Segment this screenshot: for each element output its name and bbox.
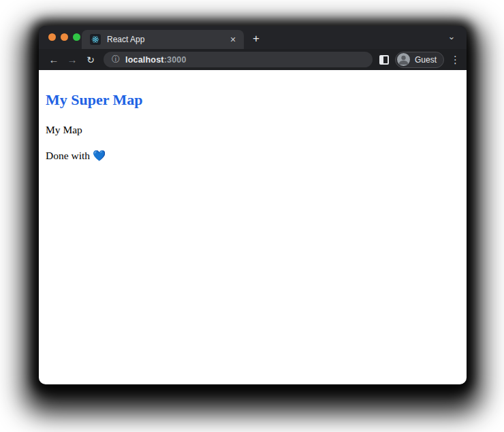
forward-button[interactable]: →	[64, 52, 80, 68]
react-logo-icon	[90, 34, 101, 45]
url-host: localhost	[125, 55, 164, 65]
browser-window: React App ✕ + ⌄ ← → ↻ ⓘ localhost :3000	[39, 26, 467, 384]
map-label: My Map	[46, 124, 460, 136]
side-panel-icon[interactable]	[379, 55, 389, 65]
page-title: My Super Map	[46, 91, 460, 108]
url-port: :3000	[164, 55, 187, 65]
tab-close-icon[interactable]: ✕	[227, 34, 238, 45]
refresh-button[interactable]: ↻	[82, 52, 99, 68]
browser-menu-icon[interactable]: ⋮	[450, 54, 460, 66]
page-content: My Super Map My Map Done with 💙	[39, 70, 467, 384]
tab-strip: React App ✕ + ⌄	[39, 26, 467, 49]
address-bar[interactable]: ⓘ localhost :3000	[104, 52, 373, 67]
back-button[interactable]: ←	[46, 52, 62, 68]
browser-toolbar: ← → ↻ ⓘ localhost :3000 Guest	[39, 49, 467, 70]
chevron-down-icon[interactable]: ⌄	[445, 29, 458, 46]
site-info-icon[interactable]: ⓘ	[112, 54, 120, 65]
tab-react-app[interactable]: React App ✕	[82, 30, 244, 49]
footer-text: Done with 💙	[46, 150, 460, 162]
desktop-background: React App ✕ + ⌄ ← → ↻ ⓘ localhost :3000	[0, 0, 504, 432]
toolbar-right-group: Guest ⋮	[379, 52, 460, 68]
zoom-window-button[interactable]	[73, 33, 80, 41]
user-avatar-icon	[397, 53, 410, 66]
minimize-window-button[interactable]	[61, 33, 68, 41]
tab-title: React App	[107, 35, 227, 44]
window-controls	[48, 33, 80, 41]
profile-button[interactable]: Guest	[395, 52, 444, 68]
profile-label: Guest	[415, 55, 437, 65]
close-window-button[interactable]	[48, 33, 56, 41]
new-tab-button[interactable]: +	[247, 30, 265, 48]
